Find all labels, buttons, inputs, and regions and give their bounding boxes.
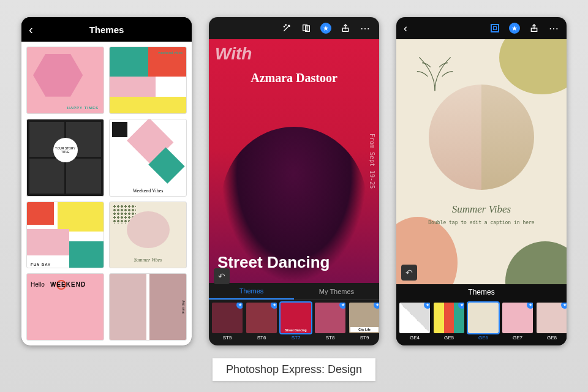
thumb-id: GE6 <box>478 335 488 341</box>
theme-label-part2: WEEKEND <box>50 281 86 288</box>
svg-point-1 <box>285 24 286 25</box>
theme-label: HAPPY TIMES <box>67 106 99 110</box>
photo-slot-left[interactable] <box>429 85 481 190</box>
page-title: Themes <box>89 24 124 35</box>
thumb-caption: City Life <box>350 327 379 332</box>
theme-label-part1: Hello <box>31 281 45 288</box>
premium-badge-icon: ★ <box>561 303 567 309</box>
editor-toolbar: ★ ⋯ <box>209 17 379 39</box>
back-icon[interactable]: ‹ <box>404 22 481 35</box>
canvas-caption-hint[interactable]: Double tap to edit a caption in here <box>396 219 567 226</box>
theme-thumb-ge5[interactable]: ★ GE5 <box>433 303 465 345</box>
canvas-text-date[interactable]: From Sept 19-25 <box>369 134 375 189</box>
theme-label: Fun day <box>181 300 185 314</box>
strip-section-label: Themes <box>396 284 567 300</box>
phone-editor-summer-vibes: ‹ ★ ⋯ Summer Vibes Double tap to <box>396 17 567 345</box>
star-badge-icon[interactable]: ★ <box>509 23 520 34</box>
theme-thumb-st8[interactable]: ★ ST8 <box>314 303 346 345</box>
canvas-text-title[interactable]: Street Dancing <box>217 253 330 272</box>
thumb-id: ST5 <box>223 335 232 341</box>
premium-badge-icon: ★ <box>458 303 464 309</box>
premium-badge-icon: ★ <box>236 303 243 309</box>
theme-label: weekend vibes <box>158 51 183 55</box>
canvas-photo-pair[interactable] <box>426 82 537 192</box>
share-icon[interactable] <box>529 23 540 34</box>
theme-label: FUN DAY <box>31 263 51 266</box>
theme-card-fun-day[interactable]: FUN DAY <box>26 202 104 269</box>
canvas-text-with[interactable]: With <box>215 44 252 64</box>
theme-thumb-st5[interactable]: ★ ST5 <box>211 303 243 345</box>
theme-card-fun-day-split[interactable]: Fun day <box>109 273 187 341</box>
theme-thumb-st7[interactable]: Street Dancing ST7 <box>280 303 312 345</box>
canvas-text-artist[interactable]: Azmara Dastoor <box>209 71 379 85</box>
figure-caption: Photoshop Express: Design <box>213 358 375 381</box>
theme-thumb-st6[interactable]: ★ ST6 <box>246 303 277 345</box>
theme-card-hello-weekend[interactable]: Hello WEEKEND <box>26 273 104 341</box>
thumb-id: GE8 <box>547 335 557 341</box>
theme-label: Weekend Vibes <box>110 188 186 194</box>
svg-point-0 <box>284 26 284 27</box>
theme-label: Summer Vibes <box>110 257 186 263</box>
theme-label: YOUR STORY TITLE <box>53 138 78 162</box>
editor-canvas[interactable]: Summer Vibes Double tap to edit a captio… <box>396 39 567 284</box>
premium-badge-icon: ★ <box>424 303 430 309</box>
theme-card-weekend-vibes-geo[interactable]: weekend vibes <box>109 47 187 114</box>
tab-themes[interactable]: Themes <box>209 283 294 300</box>
phone-editor-street-dancing: ★ ⋯ With Azmara Dastoor From Sept 19-25 … <box>209 17 379 345</box>
share-icon[interactable] <box>340 23 351 34</box>
theme-thumb-ge7[interactable]: ★ GE7 <box>502 303 533 345</box>
theme-tab-bar: Themes My Themes <box>209 283 379 300</box>
thumb-caption: Street Dancing <box>282 328 310 332</box>
theme-thumbnail-strip: ★ GE4 ★ GE5 GE6 ★ GE7 ★ GE8 <box>396 300 567 345</box>
more-icon[interactable]: ⋯ <box>360 23 371 34</box>
more-icon[interactable]: ⋯ <box>548 23 559 34</box>
theme-thumbnail-strip: ★ ST5 ★ ST6 Street Dancing ST7 ★ ST8 Cit… <box>209 300 379 345</box>
undo-icon[interactable]: ↶ <box>401 265 417 281</box>
star-badge-icon[interactable]: ★ <box>320 23 331 34</box>
layers-icon[interactable] <box>301 23 312 34</box>
premium-badge-icon: ★ <box>271 303 277 309</box>
premium-badge-icon: ★ <box>339 303 345 309</box>
theme-grid: HAPPY TIMES weekend vibes YOUR STORY TIT… <box>21 42 192 345</box>
thumb-id: GE7 <box>513 335 522 341</box>
tab-my-themes[interactable]: My Themes <box>294 283 379 300</box>
back-icon[interactable]: ‹ <box>29 23 33 37</box>
thumb-id: ST6 <box>257 335 266 341</box>
phone-themes-gallery: ‹ Themes HAPPY TIMES weekend vibes YOUR … <box>21 17 192 345</box>
thumb-id: GE4 <box>410 335 420 341</box>
leaf-decoration-icon <box>413 51 456 94</box>
editor-canvas[interactable]: With Azmara Dastoor From Sept 19-25 Stre… <box>209 39 379 283</box>
premium-badge-icon: ★ <box>374 303 379 309</box>
theme-card-happy-times[interactable]: HAPPY TIMES <box>26 47 104 114</box>
theme-thumb-ge6[interactable]: GE6 <box>467 303 499 345</box>
magic-wand-icon[interactable] <box>281 23 292 34</box>
theme-card-weekend-vibes-diamond[interactable]: Weekend Vibes <box>109 119 187 197</box>
thumb-id: ST9 <box>360 335 369 341</box>
editor-toolbar: ‹ ★ ⋯ <box>396 17 567 39</box>
undo-icon[interactable]: ↶ <box>214 268 230 284</box>
photo-slot-right[interactable] <box>481 85 534 190</box>
premium-badge-icon: ★ <box>527 303 533 309</box>
theme-thumb-ge4[interactable]: ★ GE4 <box>399 303 431 345</box>
thumb-id: ST7 <box>292 335 301 341</box>
header-bar: ‹ Themes <box>21 17 192 42</box>
theme-card-your-story[interactable]: YOUR STORY TITLE <box>26 119 104 197</box>
frame-icon[interactable] <box>489 23 500 34</box>
theme-thumb-ge8[interactable]: ★ GE8 <box>536 303 567 345</box>
theme-thumb-st9[interactable]: City Life★ ST9 <box>349 303 379 345</box>
canvas-title[interactable]: Summer Vibes <box>396 203 567 216</box>
thumb-id: GE5 <box>444 335 454 341</box>
thumb-id: ST8 <box>326 335 335 341</box>
theme-card-summer-vibes[interactable]: Summer Vibes <box>109 202 187 269</box>
